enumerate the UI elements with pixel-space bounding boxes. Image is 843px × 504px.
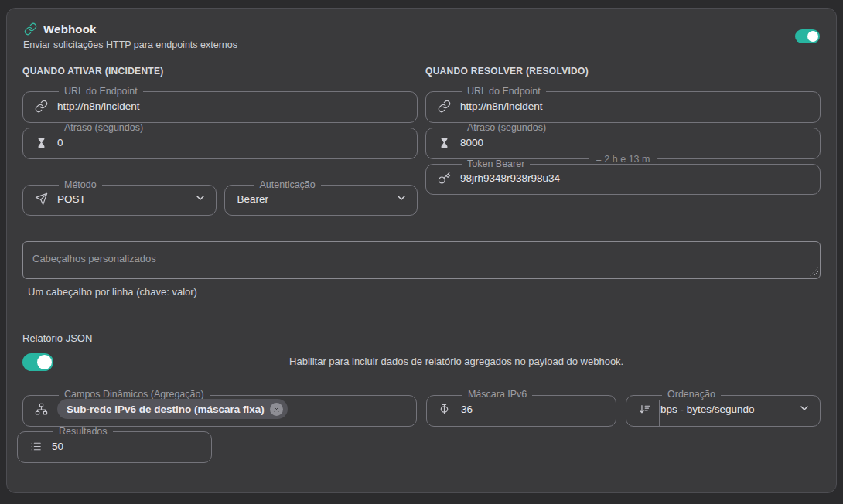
resolve-url-field[interactable]: URL do Endpoint	[425, 87, 821, 123]
mask-icon	[438, 403, 452, 417]
method-label: Método	[59, 180, 102, 191]
token-field[interactable]: Token Bearer	[425, 159, 821, 196]
divider	[17, 230, 826, 230]
method-select[interactable]: Método POST	[22, 180, 217, 216]
headers-hint: Um cabeçalho por linha (chave: valor)	[28, 286, 821, 298]
json-report-row: Relatório JSON Habilitar para incluir da…	[22, 332, 821, 371]
ipv6-mask-label: Máscara IPv6	[462, 390, 532, 400]
auth-select[interactable]: Autenticação Bearer	[224, 180, 418, 216]
link-icon	[34, 99, 48, 113]
page-subtitle: Enviar solicitações HTTP para endpoints …	[23, 39, 237, 50]
hourglass-icon	[437, 135, 451, 149]
method-auth-row: Método POST Autent	[22, 180, 418, 216]
incident-delay-label: Atraso (segundos)	[59, 123, 148, 134]
ipv6-mask-input[interactable]	[461, 404, 606, 415]
toggle-knob	[37, 355, 52, 369]
link-icon	[23, 22, 37, 36]
results-label: Resultados	[53, 427, 113, 438]
divider	[659, 400, 660, 426]
incident-url-label: URL do Endpoint	[59, 87, 143, 97]
incident-section-title: QUANDO ATIVAR (INCIDENTE)	[22, 66, 418, 77]
results-field[interactable]: Resultados	[17, 427, 212, 463]
aggregation-chip[interactable]: Sub-rede IPv6 de destino (máscara fixa)	[57, 399, 288, 419]
toggle-knob	[807, 31, 818, 42]
page: Webhook Enviar solicitações HTTP para en…	[0, 0, 843, 502]
auth-value: Bearer	[237, 193, 269, 205]
resolve-delay-input[interactable]	[460, 137, 811, 148]
json-report-control: Relatório JSON	[22, 332, 92, 371]
json-report-description: Habilitar para incluir dados de relatóri…	[92, 356, 821, 371]
ipv6-mask-field[interactable]: Máscara IPv6	[426, 390, 616, 427]
sort-value: bps - bytes/segundo	[660, 404, 755, 415]
webhook-card: Webhook Enviar solicitações HTTP para en…	[6, 8, 837, 493]
incident-delay-field[interactable]: Atraso (segundos)	[22, 123, 418, 159]
token-input[interactable]	[460, 172, 811, 184]
hourglass-icon	[34, 135, 48, 149]
json-report-label: Relatório JSON	[22, 332, 92, 344]
chevron-down-icon	[395, 192, 408, 207]
card-header: Webhook Enviar solicitações HTTP para en…	[17, 19, 826, 50]
close-icon[interactable]	[270, 403, 283, 416]
custom-headers-wrap	[22, 241, 821, 279]
resolve-url-label: URL do Endpoint	[462, 87, 546, 97]
title-block: Webhook Enviar solicitações HTTP para en…	[23, 22, 237, 50]
chevron-down-icon	[194, 192, 206, 207]
key-icon	[437, 172, 451, 186]
webhook-enabled-toggle[interactable]	[795, 29, 820, 43]
results-input[interactable]	[52, 441, 202, 452]
sort-icon	[637, 403, 651, 417]
custom-headers-textarea[interactable]	[22, 241, 821, 279]
sort-select[interactable]: Ordenação bps - bytes/segundo	[626, 390, 821, 427]
json-report-toggle[interactable]	[22, 353, 53, 371]
list-icon	[29, 439, 43, 453]
incident-delay-input[interactable]	[57, 137, 408, 148]
resolve-delay-label: Atraso (segundos)	[462, 123, 551, 134]
aggregation-row: Campos Dinâmicos (Agregação) Sub-rede IP…	[22, 390, 821, 427]
resolve-column: QUANDO RESOLVER (RESOLVIDO) URL do Endpo…	[425, 66, 821, 216]
page-title: Webhook	[43, 22, 97, 36]
incident-column: QUANDO ATIVAR (INCIDENTE) URL do Endpoin…	[22, 66, 418, 216]
divider	[56, 190, 56, 215]
incident-url-field[interactable]: URL do Endpoint	[22, 87, 418, 123]
token-label: Token Bearer	[462, 159, 530, 170]
trigger-columns: QUANDO ATIVAR (INCIDENTE) URL do Endpoin…	[17, 66, 826, 216]
link-icon	[437, 99, 451, 113]
divider	[17, 312, 826, 312]
chip-label: Sub-rede IPv6 de destino (máscara fixa)	[67, 404, 265, 415]
auth-label: Autenticação	[254, 180, 321, 191]
resolve-url-input[interactable]	[460, 100, 811, 112]
chevron-down-icon	[798, 402, 811, 417]
resolve-section-title: QUANDO RESOLVER (RESOLVIDO)	[425, 66, 821, 77]
resolve-delay-field[interactable]: Atraso (segundos) = 2 h e 13 m	[425, 123, 821, 159]
sort-label: Ordenação	[662, 390, 721, 400]
dynamic-fields-field[interactable]: Campos Dinâmicos (Agregação) Sub-rede IP…	[22, 390, 417, 427]
sitemap-icon	[34, 402, 48, 416]
method-value: POST	[57, 193, 86, 205]
incident-url-input[interactable]	[57, 100, 408, 112]
send-icon	[34, 192, 48, 206]
